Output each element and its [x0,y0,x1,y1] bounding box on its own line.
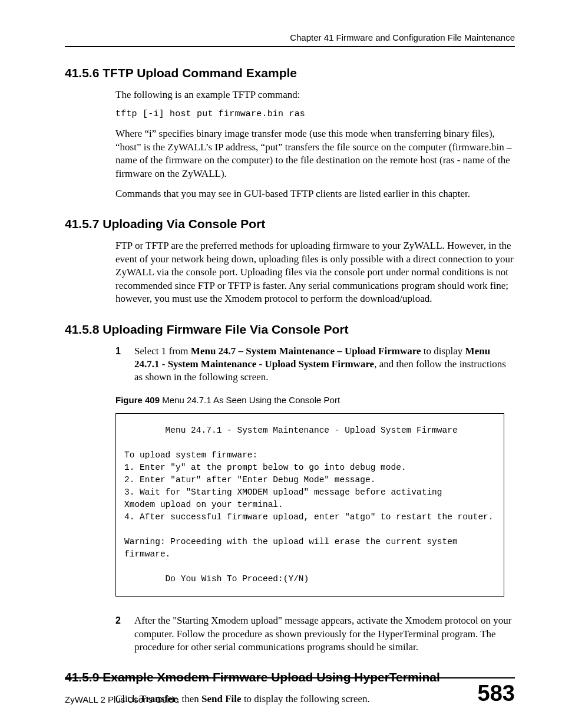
chapter-header: Chapter 41 Firmware and Configuration Fi… [65,32,515,42]
code-line: tftp [-i] host put firmware.bin ras [115,108,515,120]
list-number: 1 [115,345,121,357]
body-text: Where “i” specifies binary image transfe… [115,127,515,180]
body-text: FTP or TFTP are the preferred methods fo… [115,239,515,305]
heading-41-5-6: 41.5.6 TFTP Upload Command Example [65,66,515,80]
text-bold: Menu 24.7 – System Maintenance – Upload … [191,345,421,357]
figure-caption: Figure 409 Menu 24.7.1 As Seen Using the… [115,395,515,405]
heading-41-5-7: 41.5.7 Uploading Via Console Port [65,217,515,231]
body-text: Commands that you may see in GUI-based T… [115,187,515,200]
list-number: 2 [115,614,121,627]
header-rule [65,46,515,47]
body-text: After the "Starting Xmodem upload" messa… [134,615,511,653]
text-run: Select 1 from [134,345,191,357]
body-text: Select 1 from Menu 24.7 – System Mainten… [134,345,506,383]
footer-rule [65,677,515,678]
figure-label: Figure 409 [115,395,160,405]
figure-title: Menu 24.7.1 As Seen Using the Console Po… [160,395,340,405]
heading-41-5-8: 41.5.8 Uploading Firmware File Via Conso… [65,322,515,337]
page-footer: ZyWALL 2 Plus User’s Guide 583 [65,677,515,704]
text-run: to display [421,345,465,357]
list-item: 2 After the "Starting Xmodem upload" mes… [115,614,515,654]
body-text: The following is an example TFTP command… [115,88,515,101]
footer-guide-title: ZyWALL 2 Plus User’s Guide [65,694,178,704]
console-output: Menu 24.7.1 - System Maintenance - Uploa… [115,413,504,597]
page-number: 583 [478,682,515,704]
list-item: 1 Select 1 from Menu 24.7 – System Maint… [115,345,515,384]
